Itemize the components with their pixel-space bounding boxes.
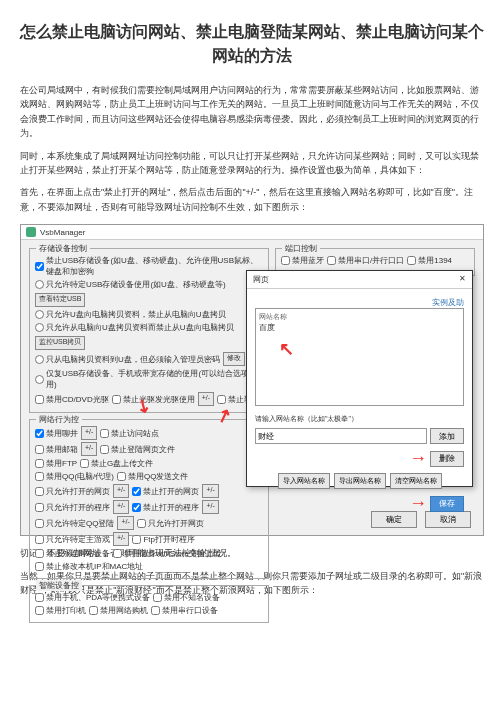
r-usb-to-pc[interactable]: 只允许U盘向电脑拷贝资料，禁止从电脑向U盘拷贝 bbox=[35, 309, 226, 320]
cb-p2[interactable]: 禁用串口/并行口口 bbox=[327, 255, 404, 266]
list-header: 网站名称 bbox=[259, 312, 460, 322]
cb-n1[interactable]: 禁用聊井 bbox=[35, 428, 78, 439]
cb-usb-main[interactable]: 禁止USB存储设备(如U盘、移动硬盘)、允许使用USB鼠标、键盘和加密狗 bbox=[35, 255, 263, 277]
cb-n14[interactable]: 只允许打开网页 bbox=[137, 518, 204, 529]
cb-n11[interactable]: 只允许打开的程序 bbox=[35, 502, 110, 513]
close-icon[interactable]: ✕ bbox=[459, 274, 466, 285]
pm-n1[interactable]: +/- bbox=[81, 426, 97, 440]
storage-group: 存储设备控制 禁止USB存储设备(如U盘、移动硬盘)、允许使用USB鼠标、键盘和… bbox=[29, 248, 269, 413]
list-item-baidu[interactable]: 百度 bbox=[259, 322, 460, 333]
pm-n9[interactable]: +/- bbox=[113, 484, 129, 498]
page-title: 怎么禁止电脑访问网站、禁止电脑登陆某网站、禁止电脑访问某个网站的方法 bbox=[20, 20, 484, 68]
dialog-title-text: 网页 bbox=[253, 274, 269, 285]
cb-d1[interactable]: 禁用手机、PDA等便携式设备 bbox=[35, 592, 150, 603]
port-group-title: 端口控制 bbox=[282, 243, 320, 254]
cb-d2[interactable]: 禁用不知名设备 bbox=[153, 592, 220, 603]
cb-n13[interactable]: 只允许特定QQ登陆 bbox=[35, 518, 114, 529]
url-list[interactable]: 网站名称 百度 ↖ bbox=[255, 308, 464, 406]
save-button[interactable]: 保存 bbox=[430, 496, 464, 512]
red-arrow-3: ↖ bbox=[279, 339, 294, 359]
url-input[interactable] bbox=[255, 428, 427, 444]
pm-n11[interactable]: +/- bbox=[113, 500, 129, 514]
r-password[interactable]: 只从电脑拷贝资料到U盘，但必须输入管理员密码 bbox=[35, 354, 220, 365]
cb-d4[interactable]: 禁用网络购机 bbox=[89, 605, 148, 616]
r-restore[interactable]: 仅复USB存储设备、手机或带宽存储的使用(可以结合选项使用) bbox=[35, 368, 263, 390]
red-arrow-4: → bbox=[409, 448, 427, 469]
btn-modify[interactable]: 修改 bbox=[223, 352, 245, 366]
cb-n3[interactable]: 禁用邮箱 bbox=[35, 444, 78, 455]
cb-p1[interactable]: 禁用蓝牙 bbox=[281, 255, 324, 266]
cb-n10[interactable]: 禁止打开的网页 bbox=[132, 486, 199, 497]
cb-n18[interactable]: 禁用随身wifi/Store交换上传 bbox=[113, 548, 221, 559]
net-group: 网络行为控 禁用聊井+/- 禁止访问站点 禁用邮箱+/- 禁止登陆网页文件 禁用… bbox=[29, 419, 269, 579]
input-label: 请输入网站名称（比如"太极拳"） bbox=[255, 414, 358, 424]
cb-n15[interactable]: 只允许特定主游戏 bbox=[35, 534, 110, 545]
paragraph-1: 在公司局域网中，有时候我们需要控制局域网用户访问网站的行为，常常需要屏蔽某些网站… bbox=[20, 83, 484, 141]
help-link[interactable]: 实例及助 bbox=[432, 297, 464, 308]
cb-p3[interactable]: 禁用1394 bbox=[407, 255, 452, 266]
import-button[interactable]: 导入网站名称 bbox=[278, 473, 330, 489]
pm-n13[interactable]: +/- bbox=[117, 516, 133, 530]
r-pc-to-usb[interactable]: 只允许从电脑向U盘拷贝资料而禁止从U盘向电脑拷贝 bbox=[35, 322, 234, 333]
cb-n16[interactable]: Ftp打开时程序 bbox=[132, 534, 195, 545]
clear-button[interactable]: 清空网站名称 bbox=[390, 473, 442, 489]
btn-monitor[interactable]: 监控USB拷贝 bbox=[35, 336, 85, 350]
btn-pm1[interactable]: +/- bbox=[198, 392, 214, 406]
cb-d5[interactable]: 禁用串行口设备 bbox=[151, 605, 218, 616]
cb-d3[interactable]: 禁用打印机 bbox=[35, 605, 86, 616]
cb-n4[interactable]: 禁止登陆网页文件 bbox=[100, 444, 175, 455]
pm-n12[interactable]: +/- bbox=[202, 500, 218, 514]
paragraph-2: 同时，本系统集成了局域网网址访问控制功能，可以只让打开某些网站，只允许访问某些网… bbox=[20, 149, 484, 178]
cb-n17[interactable]: 禁止外连网站设备 bbox=[35, 548, 110, 559]
url-dialog: 网页 ✕ 实例及助 网站名称 百度 ↖ 请输入网站名称（比如"太极拳"） 添加 bbox=[246, 270, 473, 487]
add-button[interactable]: 添加 bbox=[430, 428, 464, 444]
export-button[interactable]: 导出网站名称 bbox=[334, 473, 386, 489]
btn-view-usb[interactable]: 查看特定USB bbox=[35, 293, 85, 307]
dev-group-title: 智能设备控 bbox=[36, 580, 82, 591]
cb-n2[interactable]: 禁止访问站点 bbox=[100, 428, 159, 439]
net-group-title: 网络行为控 bbox=[36, 414, 82, 425]
pm-n15[interactable]: +/- bbox=[113, 532, 129, 546]
cb-cd[interactable]: 禁用CD/DVD光驱 bbox=[35, 394, 109, 405]
cb-n8[interactable]: 禁用QQ发送文件 bbox=[117, 471, 188, 482]
cb-n9[interactable]: 只允许打开的网页 bbox=[35, 486, 110, 497]
cb-n19[interactable]: 禁止修改本机IP和MAC地址 bbox=[35, 561, 143, 572]
cb-n7[interactable]: 禁用QQ(电脑/代理) bbox=[35, 471, 114, 482]
titlebar: VsbManager bbox=[21, 225, 483, 240]
cb-n5[interactable]: 禁用FTP bbox=[35, 458, 77, 469]
red-arrow-5: → bbox=[409, 493, 427, 514]
app-window: VsbManager 存储设备控制 禁止USB存储设备(如U盘、移动硬盘)、允许… bbox=[20, 224, 484, 536]
cb-n6[interactable]: 禁止G盘上传文件 bbox=[80, 458, 153, 469]
pm-n10[interactable]: +/- bbox=[202, 484, 218, 498]
r-specific-usb[interactable]: 只允许特定USB存储设备使用(如U盘、移动硬盘等) bbox=[35, 279, 226, 290]
storage-group-title: 存储设备控制 bbox=[36, 243, 90, 254]
del-button[interactable]: 删除 bbox=[430, 451, 464, 467]
cb-n12[interactable]: 禁止打开的程序 bbox=[132, 502, 199, 513]
paragraph-3: 首先，在界面上点击"禁止打开的网址"，然后点击后面的"+/-"，然后在这里直接输… bbox=[20, 185, 484, 214]
pm-n3[interactable]: +/- bbox=[81, 442, 97, 456]
app-title: VsbManager bbox=[40, 228, 85, 237]
app-icon bbox=[26, 227, 36, 237]
dev-group: 智能设备控 禁用手机、PDA等便携式设备 禁用不知名设备 禁用打印机 禁用网络购… bbox=[29, 585, 269, 623]
